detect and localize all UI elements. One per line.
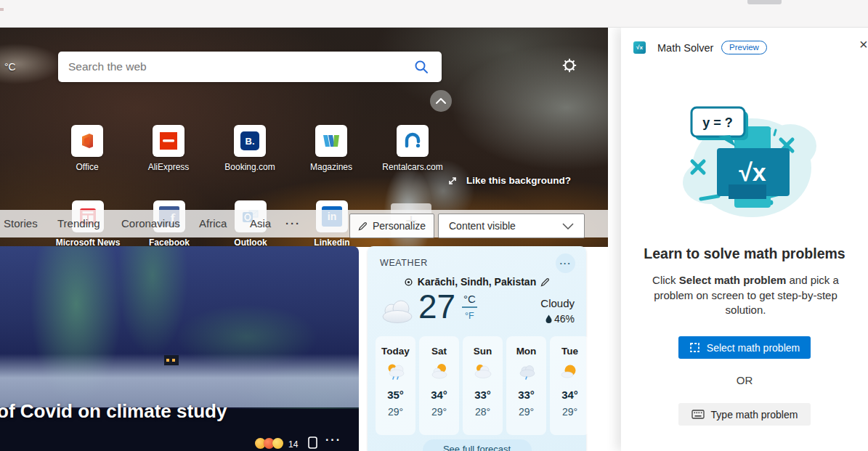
celsius-toggle[interactable]: °C (462, 293, 477, 308)
forecast-low: 29° (388, 406, 403, 418)
expand-icon[interactable] (447, 176, 458, 186)
select-math-problem-label: Select math problem (707, 342, 800, 354)
or-separator: OR (621, 374, 868, 386)
news-more-button[interactable]: ··· (325, 434, 341, 447)
preview-badge: Preview (721, 41, 767, 54)
sad-reaction-icon (272, 438, 283, 449)
aliexpress-tile (153, 125, 184, 157)
tab-coronavirus[interactable]: Coronavirus (121, 210, 180, 237)
close-icon[interactable]: × (859, 36, 868, 53)
quick-link-office[interactable]: Office (46, 125, 128, 172)
reaction-count: 14 (288, 439, 298, 450)
forecast-day-mon[interactable]: Mon 33° 29° (506, 336, 546, 435)
quick-link-label: Magazines (310, 162, 352, 172)
forecast-high: 35° (387, 389, 404, 401)
current-temperature: 27 (418, 287, 455, 326)
type-math-problem-button[interactable]: Type math problem (678, 403, 811, 426)
edit-location-icon[interactable] (540, 277, 550, 287)
forecast-day-label: Sat (431, 346, 447, 357)
see-full-forecast-button[interactable]: See full forecast (423, 439, 532, 451)
weather-current: 27 °C °F Cloudy 46% (378, 291, 576, 332)
forecast-high: 34° (561, 389, 578, 401)
math-solver-header: √x Math Solver Preview × (621, 28, 868, 60)
collapse-chevron-button[interactable] (430, 90, 452, 112)
quick-link-booking[interactable]: B. Booking.com (209, 125, 291, 172)
weather-location-row[interactable]: Karāchi, Sindh, Pakistan (368, 276, 586, 288)
content-visible-label: Content visible (449, 220, 562, 232)
forecast-day-today[interactable]: Today 35° 29° (376, 336, 415, 435)
keyboard-icon (691, 410, 705, 419)
solver-heading: Learn to solve math problems (621, 245, 868, 262)
quick-link-rentalcars[interactable]: Rentalcars.com (372, 125, 453, 172)
chevron-up-icon (436, 98, 446, 104)
forecast-day-label: Tue (561, 346, 578, 357)
reaction-icons[interactable] (255, 438, 283, 449)
humidity-value: 46% (554, 313, 575, 325)
forecast-high: 34° (431, 389, 447, 401)
select-math-problem-button[interactable]: Select math problem (678, 336, 811, 359)
math-solver-title: Math Solver (657, 42, 713, 54)
search-bar[interactable] (58, 52, 442, 82)
weather-more-button[interactable]: ··· (556, 253, 575, 273)
forecast-day-tue[interactable]: Tue 34° 29° (550, 336, 590, 435)
cloud-sun-icon (472, 362, 494, 380)
droplet-icon (545, 314, 552, 323)
weather-humidity-row: 46% (545, 313, 575, 325)
bookmark-icon[interactable] (308, 436, 317, 449)
sun-small-cloud-icon (559, 362, 581, 380)
unit-toggle: °C °F (462, 293, 477, 321)
quick-link-label: Office (76, 162, 98, 172)
forecast-day-label: Mon (516, 346, 537, 357)
cloud-rain-icon (516, 362, 538, 380)
math-solver-icon: √x (633, 41, 646, 54)
magazines-icon (322, 133, 341, 149)
illustration-symbol: √x (739, 158, 766, 186)
select-area-icon (689, 342, 700, 353)
content-visible-dropdown[interactable]: Content visible (438, 214, 585, 238)
forecast-high: 33° (474, 389, 491, 401)
mini-temperature-label: °C (4, 61, 16, 73)
pencil-icon (358, 222, 368, 231)
news-card[interactable]: of Covid on climate study 14 ··· (0, 246, 359, 451)
quick-link-magazines[interactable]: Magazines (291, 125, 372, 172)
weather-title: WEATHER (380, 258, 428, 268)
office-icon (78, 131, 97, 150)
forecast-low: 29° (519, 406, 534, 418)
chrome-tab-remnant (747, 0, 782, 4)
math-solver-illustration: √x y = ? (670, 92, 827, 226)
chrome-artifact (0, 8, 4, 11)
forecast-high: 33° (518, 389, 535, 401)
tab-africa[interactable]: Africa (199, 210, 227, 237)
tab-more[interactable]: ··· (285, 210, 301, 237)
search-icon[interactable] (414, 60, 429, 74)
weather-card[interactable]: WEATHER ··· Karāchi, Sindh, Pakistan 27 (368, 246, 586, 451)
quick-link-aliexpress[interactable]: AliExpress (128, 125, 209, 172)
magazines-tile (315, 125, 347, 157)
settings-gear-icon[interactable] (561, 57, 577, 73)
forecast-day-sat[interactable]: Sat 34° 29° (419, 336, 459, 435)
location-icon (404, 277, 413, 287)
forecast-row: Today 35° 29° Sat 3 (376, 336, 590, 435)
tab-asia[interactable]: Asia (250, 210, 271, 237)
personalize-label: Personalize (373, 220, 426, 232)
edge-new-tab-screen: °C (0, 0, 868, 451)
rentalcars-icon (403, 131, 422, 150)
news-image-house (164, 355, 179, 365)
sun-cloud-icon (429, 362, 450, 380)
office-tile (71, 125, 103, 157)
personalize-button[interactable]: Personalize (349, 214, 434, 238)
forecast-day-label: Today (381, 346, 410, 357)
booking-tile: B. (234, 125, 266, 157)
forecast-low: 29° (562, 406, 577, 418)
forecast-low: 29° (431, 406, 447, 418)
news-headline[interactable]: of Covid on climate study (0, 400, 346, 423)
search-input[interactable] (58, 60, 414, 73)
background-feedback[interactable]: Like this background? (447, 175, 571, 186)
news-image-snow (0, 354, 359, 407)
forecast-day-sun[interactable]: Sun 33° 28° (463, 336, 503, 435)
booking-icon: B. (240, 131, 259, 150)
tab-stories[interactable]: Stories (4, 210, 38, 237)
tab-trending[interactable]: Trending (57, 210, 100, 237)
fahrenheit-toggle[interactable]: °F (462, 311, 477, 321)
quick-link-label: Booking.com (224, 162, 275, 172)
